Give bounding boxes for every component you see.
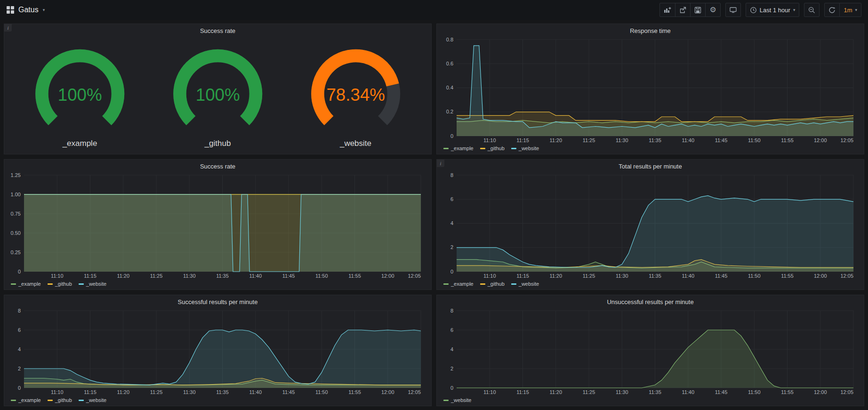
- refresh-icon: [828, 7, 836, 14]
- x-axis-label: 11:55: [348, 389, 361, 395]
- x-axis-label: 12:00: [814, 273, 827, 279]
- y-axis-label: 0.50: [11, 230, 21, 236]
- total-results-chart[interactable]: 0246811:1011:1511:2011:2511:3011:3511:40…: [440, 172, 860, 280]
- x-axis-label: 11:25: [150, 273, 163, 279]
- gauge-arc-github: 100%: [153, 36, 282, 138]
- x-axis-label: 11:15: [84, 273, 96, 279]
- legend-item-_example[interactable]: _example: [11, 397, 41, 403]
- gauge-example: 100% _example: [11, 36, 149, 150]
- gauge-label: _example: [63, 138, 97, 150]
- success_rate-plot: 00.250.500.751.001.2511:1011:1511:2011:2…: [7, 172, 427, 280]
- x-axis-label: 11:25: [583, 273, 595, 279]
- legend-item-_example[interactable]: _example: [443, 145, 474, 151]
- successful-results-chart[interactable]: 0246811:1011:1511:2011:2511:3011:3511:40…: [7, 308, 427, 396]
- y-axis-label: 0.25: [11, 249, 21, 255]
- legend: _example_github_website: [4, 280, 431, 289]
- panel-info-icon[interactable]: i: [437, 160, 444, 167]
- gauge-value: 100%: [58, 85, 102, 105]
- refresh-button[interactable]: [824, 3, 840, 17]
- dashboard-title[interactable]: Gatus: [18, 6, 39, 14]
- series-fill-_website: [24, 330, 421, 388]
- x-axis-label: 11:20: [549, 273, 562, 279]
- legend: _example_github_website: [437, 280, 864, 289]
- panel-title[interactable]: Response time: [437, 24, 864, 36]
- panel-unsuccessful-results: Unsuccessful results per minute 0246811:…: [436, 295, 864, 406]
- x-axis-label: 11:20: [117, 389, 129, 395]
- x-axis-label: 11:10: [51, 273, 64, 279]
- dashboard-grid: i Success rate 100% _example 100% _githu…: [0, 20, 868, 410]
- x-axis-label: 11:35: [216, 389, 229, 395]
- gauge-arc-example: 100%: [15, 36, 145, 138]
- add-panel-button[interactable]: [659, 3, 675, 17]
- success-rate-chart[interactable]: 00.250.500.751.001.2511:1011:1511:2011:2…: [7, 172, 427, 280]
- panel-title[interactable]: Unsuccessful results per minute: [437, 295, 864, 307]
- panel-title[interactable]: Successful results per minute: [4, 295, 431, 307]
- x-axis-label: 11:30: [616, 137, 628, 143]
- panel-info-icon[interactable]: i: [4, 24, 12, 32]
- clock-icon: [750, 7, 757, 14]
- panel-title[interactable]: Success rate: [4, 24, 431, 36]
- x-axis-label: 12:00: [814, 137, 827, 143]
- total_rpm-plot: 0246811:1011:1511:2011:2511:3011:3511:40…: [440, 172, 860, 280]
- legend-item-_github[interactable]: _github: [480, 281, 505, 287]
- legend-item-_website[interactable]: _website: [79, 281, 106, 287]
- panel-title[interactable]: Total results per minute: [437, 160, 864, 171]
- unsuccessful-results-chart[interactable]: 0246811:1011:1511:2011:2511:3011:3511:40…: [440, 308, 860, 396]
- x-axis-label: 12:00: [381, 389, 394, 395]
- save-button[interactable]: [690, 3, 706, 17]
- x-axis-label: 11:55: [781, 137, 794, 143]
- x-axis-label: 12:00: [381, 273, 394, 279]
- x-axis-label: 11:45: [715, 137, 728, 143]
- x-axis-label: 11:15: [84, 389, 96, 395]
- legend-item-_website[interactable]: _website: [511, 145, 539, 151]
- x-axis-label: 11:20: [549, 137, 562, 143]
- time-picker-button[interactable]: Last 1 hour ▾: [746, 3, 800, 17]
- legend-item-_example[interactable]: _example: [11, 281, 41, 287]
- panel-title[interactable]: Success rate: [4, 160, 431, 171]
- refresh-interval-button[interactable]: 1m ▾: [839, 3, 861, 17]
- x-axis-label: 11:10: [483, 137, 496, 143]
- save-icon: [694, 7, 701, 14]
- y-axis-label: 6: [18, 327, 21, 333]
- legend-item-_github[interactable]: _github: [48, 281, 72, 287]
- x-axis-label: 11:20: [549, 389, 562, 395]
- y-axis-label: 0.8: [446, 37, 453, 42]
- dashboard-actions-group: ⚙: [659, 3, 720, 17]
- legend-marker: [48, 283, 53, 285]
- zoom-out-icon: [808, 7, 815, 14]
- x-axis-label: 11:30: [616, 389, 628, 395]
- legend-item-_github[interactable]: _github: [48, 397, 72, 403]
- legend-item-_example[interactable]: _example: [443, 281, 474, 287]
- cycle-view-button[interactable]: [725, 3, 741, 17]
- time-picker-caret-icon: ▾: [793, 8, 796, 12]
- legend-marker: [480, 148, 485, 149]
- dashboard-caret-icon[interactable]: ▾: [43, 8, 45, 12]
- legend-item-_website[interactable]: _website: [443, 397, 471, 403]
- x-axis-label: 12:05: [840, 389, 853, 395]
- y-axis-label: 0.4: [446, 85, 453, 90]
- refresh-interval-label: 1m: [844, 7, 852, 14]
- x-axis-label: 12:00: [814, 389, 827, 395]
- gauge-label: _website: [340, 138, 371, 150]
- x-axis-label: 11:30: [616, 273, 628, 279]
- legend-item-_website[interactable]: _website: [79, 397, 106, 403]
- x-axis-label: 11:25: [150, 389, 163, 395]
- legend-item-_github[interactable]: _github: [480, 145, 505, 151]
- legend-marker: [443, 283, 449, 285]
- share-button[interactable]: [675, 3, 691, 17]
- response-time-chart[interactable]: 00.20.40.60.811:1011:1511:2011:2511:3011…: [440, 37, 860, 145]
- dashboards-icon[interactable]: [7, 6, 14, 14]
- y-axis-label: 2: [18, 366, 21, 371]
- legend-marker: [79, 400, 84, 401]
- gauges-row: 100% _example 100% _github 78.34% _websi…: [4, 36, 431, 154]
- legend-item-_website[interactable]: _website: [511, 281, 539, 287]
- y-axis-label: 8: [450, 172, 453, 178]
- settings-button[interactable]: ⚙: [705, 3, 720, 17]
- legend-marker: [11, 400, 16, 401]
- zoom-out-button[interactable]: [804, 3, 820, 17]
- panel-total-results: i Total results per minute 0246811:1011:…: [436, 159, 864, 290]
- y-axis-label: 1.25: [11, 172, 21, 178]
- panel-successful-results: Successful results per minute 0246811:10…: [4, 295, 432, 406]
- panel-success-rate-gauges: i Success rate 100% _example 100% _githu…: [4, 24, 432, 154]
- y-axis-label: 1.00: [11, 192, 21, 197]
